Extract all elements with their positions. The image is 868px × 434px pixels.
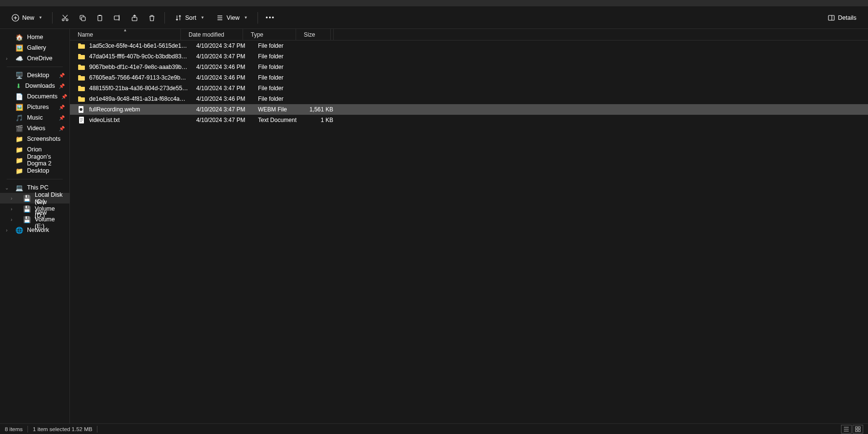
file-row[interactable]: fullRecording.webm4/10/2024 3:47 PMWEBM …: [70, 104, 868, 115]
pin-icon[interactable]: 📌: [59, 105, 65, 110]
header-spacer: [331, 29, 334, 40]
sort-button[interactable]: Sort ▼: [170, 11, 209, 25]
copy-button[interactable]: [75, 10, 90, 26]
details-label: Details: [838, 14, 856, 21]
trash-icon: [148, 14, 156, 22]
nav-music[interactable]: 🎵Music📌: [0, 112, 69, 123]
plus-circle-icon: [12, 14, 19, 22]
disk-icon: 💾: [23, 216, 31, 223]
header-type[interactable]: Type: [243, 29, 296, 40]
nav-pictures[interactable]: 🖼️Pictures📌: [0, 102, 69, 112]
svg-rect-9: [98, 15, 102, 21]
svg-rect-8: [81, 17, 85, 21]
file-name: de1e489a-9c48-4f81-a31a-f68cc4aa01d5: [89, 95, 189, 102]
header-label: Size: [304, 31, 315, 38]
pin-icon[interactable]: 📌: [61, 94, 67, 99]
folder-icon: [78, 63, 85, 71]
webm-icon: [78, 106, 85, 113]
new-button[interactable]: New ▼: [7, 11, 47, 25]
txt-icon: [78, 116, 85, 124]
pictures-icon: 🖼️: [15, 103, 23, 111]
nav-label: Screenshots: [27, 136, 60, 142]
pin-icon[interactable]: 📌: [59, 115, 65, 121]
file-row[interactable]: 67605ea5-7566-4647-9113-3c2e9b5c88484/10…: [70, 72, 868, 83]
chevron-right-icon[interactable]: ›: [9, 206, 14, 212]
nav-desktop2[interactable]: 📁Desktop: [0, 165, 69, 176]
nav-label: Pictures: [27, 104, 49, 110]
nav-gallery[interactable]: 🖼️Gallery: [0, 42, 69, 53]
navigation-pane: 🏠Home 🖼️Gallery ›☁️OneDrive 🖥️Desktop📌 ⬇…: [0, 29, 70, 423]
nav-desktop[interactable]: 🖥️Desktop📌: [0, 70, 69, 81]
chevron-right-icon[interactable]: ›: [4, 56, 10, 61]
view-label: View: [227, 14, 240, 21]
header-label: Type: [251, 31, 263, 38]
chevron-right-icon[interactable]: ›: [9, 217, 14, 222]
view-button[interactable]: View ▼: [211, 11, 253, 25]
pin-icon[interactable]: 📌: [59, 83, 65, 89]
nav-downloads[interactable]: ⬇Downloads📌: [0, 81, 69, 91]
pin-icon[interactable]: 📌: [59, 126, 65, 131]
nav-home[interactable]: 🏠Home: [0, 32, 69, 42]
file-name: 47da0415-fff6-407b-9c0c-b3bdbd834cb4: [89, 53, 189, 60]
file-row[interactable]: 488155f0-21ba-4a36-804d-273de55c18724/10…: [70, 83, 868, 94]
nav-videos[interactable]: 🎬Videos📌: [0, 123, 69, 134]
details-button[interactable]: Details: [823, 11, 861, 25]
file-row[interactable]: 47da0415-fff6-407b-9c0c-b3bdbd834cb44/10…: [70, 51, 868, 62]
separator: [258, 12, 258, 24]
nav-dd2[interactable]: 📁Dragon's Dogma 2: [0, 155, 69, 165]
list-icon: [843, 426, 849, 432]
copy-icon: [79, 14, 86, 22]
thumbnails-view-button[interactable]: [853, 425, 863, 434]
delete-button[interactable]: [144, 10, 160, 26]
nav-documents[interactable]: 📄Documents📌: [0, 91, 69, 102]
nav-label: Music: [27, 114, 43, 121]
nav-label: Videos: [27, 125, 45, 132]
file-type: File folder: [250, 74, 303, 81]
nav-network[interactable]: ›🌐Network: [0, 225, 69, 235]
folder-icon: [78, 42, 85, 50]
svg-rect-11: [114, 16, 119, 20]
document-icon: 📄: [15, 93, 23, 100]
nav-label: Gallery: [27, 44, 46, 51]
file-size: 1,561 KB: [303, 106, 338, 113]
file-row[interactable]: 1ad5c3ce-65fe-4c41-b6e1-5615de16321a4/10…: [70, 41, 868, 51]
status-selection: 1 item selected 1.52 MB: [33, 426, 92, 432]
rename-button[interactable]: [109, 10, 125, 26]
nav-label: Network: [27, 227, 49, 233]
svg-rect-17: [828, 15, 834, 20]
folder-icon: [78, 95, 85, 103]
cut-button[interactable]: [57, 10, 73, 26]
svg-point-20: [80, 108, 82, 111]
nav-screenshots[interactable]: 📁Screenshots: [0, 134, 69, 144]
nav-onedrive[interactable]: ›☁️OneDrive: [0, 53, 69, 64]
disk-icon: 💾: [23, 194, 31, 202]
header-size[interactable]: Size: [296, 29, 331, 40]
status-count: 8 items: [5, 426, 23, 432]
share-button[interactable]: [127, 10, 142, 26]
more-button[interactable]: •••: [263, 10, 278, 26]
file-row[interactable]: 9067bebb-df1c-41e7-9e8c-aaab39bbb0a84/10…: [70, 62, 868, 72]
new-label: New: [22, 14, 34, 21]
sort-label: Sort: [185, 14, 196, 21]
details-view-button[interactable]: [841, 425, 852, 434]
file-name: 488155f0-21ba-4a36-804d-273de55c1872: [89, 85, 189, 92]
paste-button[interactable]: [92, 10, 108, 26]
chevron-right-icon[interactable]: ›: [4, 228, 10, 233]
file-row[interactable]: de1e489a-9c48-4f81-a31a-f68cc4aa01d54/10…: [70, 94, 868, 104]
file-list[interactable]: 1ad5c3ce-65fe-4c41-b6e1-5615de16321a4/10…: [70, 41, 868, 423]
file-type: Text Document: [250, 117, 303, 123]
svg-rect-31: [858, 430, 860, 432]
file-row[interactable]: videoList.txt4/10/2024 3:47 PMText Docum…: [70, 115, 868, 125]
pin-icon[interactable]: 📌: [59, 73, 65, 78]
chevron-down-icon[interactable]: ⌄: [4, 185, 10, 190]
cloud-icon: ☁️: [15, 54, 23, 62]
chevron-right-icon[interactable]: ›: [9, 196, 14, 201]
header-date[interactable]: Date modified: [181, 29, 243, 40]
header-name[interactable]: Name▲: [70, 29, 181, 40]
header-label: Date modified: [189, 31, 224, 38]
file-type: File folder: [250, 53, 303, 60]
music-icon: 🎵: [15, 114, 23, 122]
nav-volume-e[interactable]: ›💾New Volume (E:): [0, 214, 69, 225]
nav-label: Desktop: [27, 72, 49, 79]
file-size: 1 KB: [303, 117, 338, 123]
